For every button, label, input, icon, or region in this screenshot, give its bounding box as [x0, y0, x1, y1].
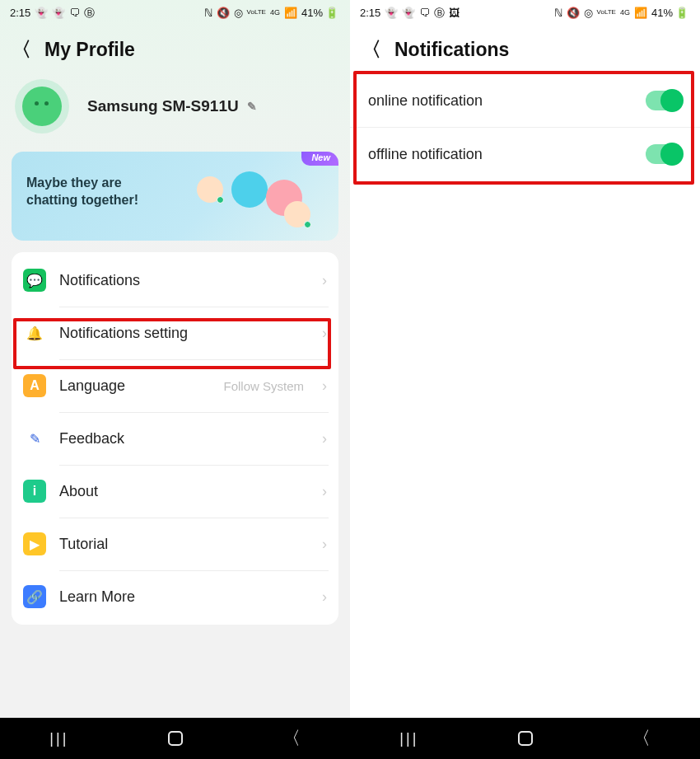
- language-hint: Follow System: [223, 379, 304, 393]
- row-learn-more[interactable]: 🔗 Learn More ›: [12, 570, 338, 623]
- page-title: My Profile: [44, 39, 135, 61]
- snapchat-icon-2: 👻: [402, 7, 415, 18]
- toggle-offline-notification[interactable]: offline notification: [350, 127, 700, 180]
- link-icon: 🔗: [23, 585, 46, 608]
- nav-recent[interactable]: |||: [49, 730, 68, 747]
- snapchat-icon: 👻: [35, 7, 48, 18]
- network-type-icon: 4G: [270, 9, 280, 16]
- promo-banner[interactable]: New Maybe they are chatting together!: [12, 152, 338, 241]
- banner-illustration: [195, 166, 327, 232]
- image-icon: 🖼: [449, 7, 460, 18]
- row-notifications-setting[interactable]: 🔔 Notifications setting ›: [12, 307, 338, 359]
- row-feedback[interactable]: ✎ Feedback ›: [12, 412, 338, 465]
- hotspot-icon: ◎: [584, 7, 593, 18]
- toggle-switch[interactable]: [646, 91, 682, 110]
- header-notifications: 〈 Notifications: [350, 25, 700, 74]
- chevron-right-icon: ›: [322, 272, 327, 289]
- info-icon: i: [23, 480, 46, 503]
- circle-b-icon: Ⓑ: [434, 7, 445, 18]
- status-bar: 2:15 👻 👻 🗨 Ⓑ 🖼 ℕ 🔇 ◎ VoLTE 4G 📶 41% 🔋: [350, 0, 700, 25]
- nav-home[interactable]: [168, 731, 183, 746]
- chevron-right-icon: ›: [322, 377, 327, 395]
- new-badge: New: [301, 152, 338, 166]
- row-notifications[interactable]: 💬 Notifications ›: [12, 254, 338, 307]
- profile-row[interactable]: Samsung SM-S911U ✎: [0, 74, 350, 142]
- android-nav-bar: ||| 〈 ||| 〈: [0, 718, 700, 759]
- settings-list: 💬 Notifications › 🔔 Notifications settin…: [12, 252, 338, 625]
- device-name: Samsung SM-S911U ✎: [87, 97, 257, 115]
- chevron-right-icon: ›: [322, 325, 327, 342]
- chat-app-icon: 🗨: [69, 7, 80, 18]
- nfc-icon: ℕ: [554, 7, 562, 18]
- volte-icon: VoLTE: [247, 9, 266, 16]
- battery-icon: 🔋: [675, 7, 688, 18]
- nav-home[interactable]: [518, 731, 533, 746]
- language-icon: A: [23, 374, 46, 397]
- chevron-right-icon: ›: [322, 588, 327, 606]
- battery-indicator: 41% 🔋: [301, 7, 338, 19]
- circle-b-icon: Ⓑ: [84, 7, 95, 18]
- row-about[interactable]: i About ›: [12, 465, 338, 518]
- toggle-online-notification[interactable]: online notification: [350, 74, 700, 127]
- volte-icon: VoLTE: [597, 9, 616, 16]
- back-button[interactable]: 〈: [12, 36, 31, 63]
- chat-app-icon: 🗨: [419, 7, 430, 18]
- avatar: [15, 79, 69, 134]
- row-tutorial[interactable]: ▶ Tutorial ›: [12, 518, 338, 570]
- status-time: 2:15: [10, 7, 30, 19]
- signal-icon: 📶: [284, 7, 297, 18]
- header-my-profile: 〈 My Profile: [0, 25, 350, 74]
- chevron-right-icon: ›: [322, 536, 327, 553]
- back-button[interactable]: 〈: [362, 36, 381, 63]
- hotspot-icon: ◎: [234, 7, 243, 18]
- pencil-icon: ✎: [23, 427, 46, 450]
- snapchat-icon: 👻: [385, 7, 398, 18]
- bell-icon: 🔔: [23, 321, 46, 344]
- battery-indicator: 41% 🔋: [651, 7, 688, 19]
- toggle-switch[interactable]: [646, 144, 682, 164]
- screen-notifications: 2:15 👻 👻 🗨 Ⓑ 🖼 ℕ 🔇 ◎ VoLTE 4G 📶 41% 🔋: [350, 0, 700, 718]
- signal-icon: 📶: [634, 7, 647, 18]
- status-time: 2:15: [360, 7, 380, 19]
- status-bar: 2:15 👻 👻 🗨 Ⓑ ℕ 🔇 ◎ VoLTE 4G 📶 41% 🔋: [0, 0, 350, 25]
- edit-icon[interactable]: ✎: [247, 100, 257, 113]
- row-language[interactable]: A Language Follow System ›: [12, 359, 338, 412]
- snapchat-icon-2: 👻: [52, 7, 65, 18]
- nav-recent[interactable]: |||: [399, 730, 418, 747]
- chevron-right-icon: ›: [322, 483, 327, 500]
- mute-icon: 🔇: [567, 7, 580, 18]
- screen-my-profile: 2:15 👻 👻 🗨 Ⓑ ℕ 🔇 ◎ VoLTE 4G 📶 41% 🔋 〈: [0, 0, 350, 718]
- video-icon: ▶: [23, 532, 46, 555]
- battery-icon: 🔋: [325, 7, 338, 18]
- chat-icon: 💬: [23, 269, 46, 292]
- nfc-icon: ℕ: [204, 7, 212, 18]
- chevron-right-icon: ›: [322, 430, 327, 447]
- nav-back[interactable]: 〈: [632, 726, 651, 751]
- page-title: Notifications: [394, 39, 509, 61]
- network-type-icon: 4G: [620, 9, 630, 16]
- nav-back[interactable]: 〈: [282, 726, 301, 751]
- mute-icon: 🔇: [217, 7, 230, 18]
